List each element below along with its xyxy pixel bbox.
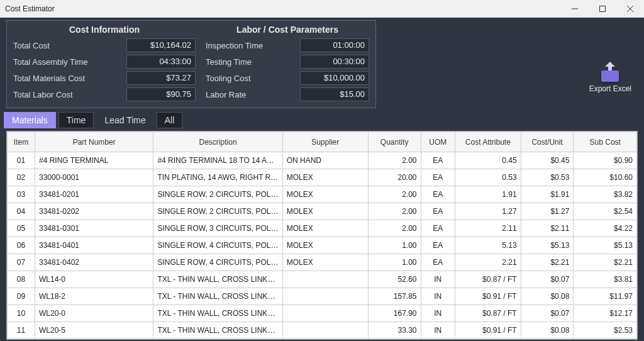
window-title: Cost Estimator — [5, 4, 55, 13]
col-cost-attribute[interactable]: Cost Attribute — [455, 132, 521, 152]
cell-description: TIN PLATING, 14 AWG, RIGHT RE… — [153, 169, 282, 186]
cell-part-number: #4 RING TERMINAL — [35, 152, 153, 169]
cell-item: 03 — [8, 186, 35, 203]
cell-cost-unit: $2.21 — [521, 254, 574, 271]
title-bar: Cost Estimator — [0, 0, 644, 18]
cell-sub-cost: $5.13 — [574, 237, 637, 254]
total-labor-value: $90.75 — [126, 87, 196, 101]
tooling-label: Tooling Cost — [206, 74, 300, 83]
table-row[interactable]: 0233000-0001TIN PLATING, 14 AWG, RIGHT R… — [8, 169, 637, 186]
cell-cost-unit: $1.27 — [521, 203, 574, 220]
cell-supplier — [282, 305, 368, 322]
col-cost-unit[interactable]: Cost/Unit — [521, 132, 574, 152]
col-part-number[interactable]: Part Number — [35, 132, 153, 152]
parameters-panel: Cost Information Total Cost$10,164.02 To… — [6, 20, 376, 108]
table-row[interactable] — [8, 339, 637, 340]
cell-sub-cost: $12.17 — [574, 305, 637, 322]
cell-cost-unit: $1.91 — [521, 186, 574, 203]
table-row[interactable]: 11WL20-5TXL - THIN WALL, CROSS LINKED…33… — [8, 322, 637, 339]
total-labor-label: Total Labor Cost — [13, 90, 126, 99]
inspection-input[interactable]: 01:00:00 — [300, 38, 369, 52]
cell-quantity: 1.00 — [368, 254, 421, 271]
cell-description: SINGLE ROW, 2 CIRCUITS, POLA… — [153, 186, 282, 203]
cell-sub-cost: $10.60 — [574, 169, 637, 186]
cell-supplier: MOLEX — [282, 237, 368, 254]
minimize-button[interactable] — [561, 0, 589, 18]
cell-cost-unit: $0.45 — [521, 152, 574, 169]
col-description[interactable]: Description — [153, 132, 282, 152]
export-icon — [597, 62, 623, 83]
tab-materials[interactable]: Materials — [4, 112, 56, 128]
cell-cost-attribute: $0.91 / FT — [455, 322, 521, 339]
cell-item: 02 — [8, 169, 35, 186]
cell-supplier: MOLEX — [282, 254, 368, 271]
cell-cost-attribute: $0.91 / FT — [455, 288, 521, 305]
cell-cost-unit: $5.13 — [521, 237, 574, 254]
cell-uom: EA — [421, 254, 455, 271]
col-quantity[interactable]: Quantity — [368, 132, 421, 152]
cell-item: 08 — [8, 271, 35, 288]
cell-description: TXL - THIN WALL, CROSS LINKED… — [153, 288, 282, 305]
total-assembly-value: 04:33:00 — [126, 55, 196, 69]
tab-lead-time[interactable]: Lead Time — [96, 112, 153, 128]
cell-quantity: 2.00 — [368, 203, 421, 220]
table-row[interactable]: 0333481-0201SINGLE ROW, 2 CIRCUITS, POLA… — [8, 186, 637, 203]
table-row[interactable]: 10WL20-0TXL - THIN WALL, CROSS LINKED…16… — [8, 305, 637, 322]
cell-quantity: 2.00 — [368, 152, 421, 169]
table-row[interactable]: 0733481-0402SINGLE ROW, 4 CIRCUITS, POLA… — [8, 254, 637, 271]
cell-sub-cost: $11.97 — [574, 288, 637, 305]
labor-params-header: Labor / Cost Parameters — [206, 23, 369, 37]
cell-sub-cost: $3.82 — [574, 186, 637, 203]
cell-quantity: 1.00 — [368, 237, 421, 254]
cell-uom: EA — [421, 237, 455, 254]
cell-cost-unit: $0.07 — [521, 271, 574, 288]
cell-description: SINGLE ROW, 4 CIRCUITS, POLA… — [153, 237, 282, 254]
close-button[interactable] — [616, 0, 644, 18]
export-excel-button[interactable]: Export Excel — [589, 20, 638, 93]
table-row[interactable]: 0433481-0202SINGLE ROW, 2 CIRCUITS, POLA… — [8, 203, 637, 220]
top-panel-wrap: Cost Information Total Cost$10,164.02 To… — [0, 18, 644, 109]
cell-item: 06 — [8, 237, 35, 254]
cell-supplier: MOLEX — [282, 169, 368, 186]
col-uom[interactable]: UOM — [421, 132, 455, 152]
tab-all[interactable]: All — [157, 112, 183, 128]
total-cost-label: Total Cost — [13, 41, 126, 50]
cell-supplier — [282, 322, 368, 339]
table-row[interactable]: 0533481-0301SINGLE ROW, 3 CIRCUITS, POLA… — [8, 220, 637, 237]
rate-input[interactable]: $15.00 — [300, 87, 369, 101]
cell-quantity: 167.90 — [368, 305, 421, 322]
cell-quantity: 52.60 — [368, 271, 421, 288]
cell-description: SINGLE ROW, 2 CIRCUITS, POLA… — [153, 203, 282, 220]
cell-cost-attribute: 1.27 — [455, 203, 521, 220]
cell-part-number: 33481-0301 — [35, 220, 153, 237]
table-row[interactable]: 09WL18-2TXL - THIN WALL, CROSS LINKED…15… — [8, 288, 637, 305]
tooling-input[interactable]: $10,000.00 — [300, 71, 369, 85]
cell-cost-attribute: $0.87 / FT — [455, 305, 521, 322]
export-label: Export Excel — [589, 84, 631, 93]
maximize-button[interactable] — [589, 0, 616, 18]
materials-grid: Item Part Number Description Supplier Qu… — [6, 131, 638, 340]
cell-uom: EA — [421, 203, 455, 220]
table-row[interactable]: 0633481-0401SINGLE ROW, 4 CIRCUITS, POLA… — [8, 237, 637, 254]
col-supplier[interactable]: Supplier — [282, 132, 368, 152]
cell-part-number: 33481-0401 — [35, 237, 153, 254]
cell-item: 01 — [8, 152, 35, 169]
cell-item: 11 — [8, 322, 35, 339]
cell-cost-unit: $0.53 — [521, 169, 574, 186]
table-row[interactable]: 08WL14-0TXL - THIN WALL, CROSS LINKED…52… — [8, 271, 637, 288]
cell-supplier — [282, 271, 368, 288]
col-sub-cost[interactable]: Sub Cost — [574, 132, 637, 152]
svg-rect-1 — [600, 6, 606, 12]
testing-input[interactable]: 00:30:00 — [300, 55, 369, 69]
cell-part-number: WL20-5 — [35, 322, 153, 339]
tab-time[interactable]: Time — [58, 112, 94, 128]
cell-uom: IN — [421, 305, 455, 322]
table-row[interactable]: 01#4 RING TERMINAL#4 RING TERMINAL 18 TO… — [8, 152, 637, 169]
total-materials-value: $73.27 — [126, 71, 196, 85]
cell-item: 10 — [8, 305, 35, 322]
cell-cost-attribute: $0.87 / FT — [455, 271, 521, 288]
materials-grid-scroll[interactable]: Item Part Number Description Supplier Qu… — [7, 131, 637, 339]
col-item[interactable]: Item — [8, 132, 35, 152]
cell-part-number: WL14-0 — [35, 271, 153, 288]
cell-sub-cost: $2.53 — [574, 322, 637, 339]
